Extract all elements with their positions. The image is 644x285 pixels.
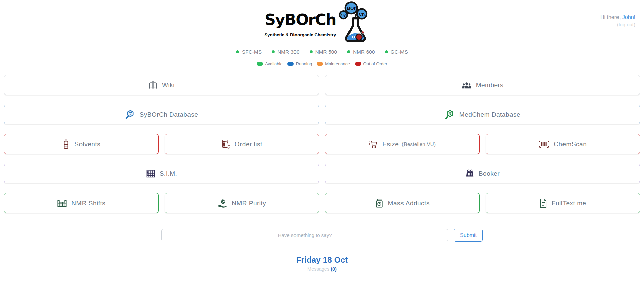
- calendar-icon: [465, 169, 474, 178]
- footer: Friday 18 Oct Messages (0): [0, 255, 644, 272]
- tile-booker[interactable]: Booker: [325, 164, 640, 183]
- barcode-icon: [539, 140, 549, 148]
- logout-link[interactable]: (log out): [600, 21, 635, 28]
- logo-subtitle: Synthetic & Bioorganic Chemistry: [265, 32, 336, 37]
- tile-label: MedChem Database: [459, 111, 520, 118]
- logo-title: SyBOrCh: [265, 12, 336, 27]
- logo-bubble-bor: BOr: [347, 6, 356, 11]
- tile-label: Solvents: [74, 140, 100, 148]
- tile-label: Members: [476, 81, 504, 89]
- tile-syborch-database[interactable]: SyBOrCh Database: [4, 105, 319, 124]
- bottle-icon: [62, 139, 70, 149]
- app-tile-grid: Wiki Members SyBOrCh Database: [4, 75, 640, 213]
- greeting: Hi there, John! (log out): [600, 13, 635, 28]
- status-dot-available: [385, 50, 388, 53]
- header: SyBOrCh Synthetic & Bioorganic Chemistry…: [0, 0, 644, 46]
- instrument-nmr-500[interactable]: NMR 500: [310, 49, 337, 55]
- tile-label: Esize: [382, 140, 399, 148]
- hand-molecule-icon: [217, 198, 227, 208]
- periodic-table-icon: [57, 199, 67, 207]
- greeting-username: John!: [622, 14, 635, 20]
- scale-icon: [375, 198, 384, 208]
- tile-label: Order list: [235, 140, 262, 148]
- submit-button[interactable]: Submit: [454, 229, 483, 242]
- tile-nmr-purity[interactable]: NMR Purity: [165, 193, 319, 213]
- legend-pill-running: [287, 62, 294, 66]
- current-date: Friday 18 Oct: [0, 255, 644, 265]
- tile-label: SyBOrCh Database: [140, 111, 198, 118]
- tile-order-list[interactable]: Order list: [165, 134, 319, 154]
- messages-count: (0): [331, 266, 337, 272]
- status-dot-available: [236, 50, 239, 53]
- tile-label: FullText.me: [552, 199, 586, 207]
- message-composer: Submit: [0, 229, 644, 242]
- legend-pill-available: [257, 62, 263, 66]
- messages-label: Messages: [307, 266, 331, 272]
- status-legend: Available Running Maintenance Out of Ord…: [0, 61, 644, 66]
- tile-label: S.I.M.: [160, 170, 177, 177]
- greeting-text: Hi there,: [600, 14, 622, 20]
- tile-label: Wiki: [162, 81, 175, 89]
- instrument-nmr-600[interactable]: NMR 600: [347, 49, 375, 55]
- tile-label: Booker: [479, 170, 500, 177]
- tile-wiki[interactable]: Wiki: [4, 75, 319, 95]
- tile-members[interactable]: Members: [325, 75, 640, 95]
- molecule-search-icon: [125, 110, 135, 120]
- flask-logo-icon: BOr Ch Sy: [338, 1, 373, 44]
- tile-esize[interactable]: Esize (Bestellen.VU): [325, 134, 480, 154]
- logo-bubble-ch: Ch: [359, 12, 365, 17]
- status-dot-available: [347, 50, 350, 53]
- logo-bubble-sy: Sy: [341, 13, 346, 17]
- tile-label: NMR Shifts: [71, 199, 105, 207]
- legend-pill-maintenance: [317, 62, 323, 66]
- instrument-status-bar: SFC-MS NMR 300 NMR 500 NMR 600 GC-MS: [0, 46, 644, 58]
- tile-label: Mass Adducts: [388, 199, 430, 207]
- instrument-gc-ms[interactable]: GC-MS: [385, 49, 408, 55]
- instrument-sfc-ms[interactable]: SFC-MS: [236, 49, 262, 55]
- legend-pill-out-of-order: [355, 62, 361, 66]
- tile-nmr-shifts[interactable]: NMR Shifts: [4, 193, 159, 213]
- legend-available: Available: [257, 61, 283, 66]
- tile-medchem-database[interactable]: MedChem Database: [325, 105, 640, 124]
- molecule-search-icon: [445, 110, 455, 120]
- messages-line[interactable]: Messages (0): [0, 266, 644, 272]
- legend-running: Running: [287, 61, 312, 66]
- wiki-book-icon: [148, 80, 158, 90]
- members-people-icon: [462, 81, 472, 90]
- spreadsheet-table-icon: [146, 169, 155, 178]
- instrument-nmr-300[interactable]: NMR 300: [272, 49, 299, 55]
- tile-label: NMR Purity: [232, 199, 266, 207]
- legend-out-of-order: Out of Order: [355, 61, 387, 66]
- logo[interactable]: SyBOrCh Synthetic & Bioorganic Chemistry…: [265, 1, 373, 44]
- tile-fulltext[interactable]: FullText.me: [486, 193, 640, 213]
- document-icon: [539, 198, 547, 208]
- tile-label: ChemScan: [554, 140, 587, 148]
- message-input[interactable]: [161, 229, 448, 241]
- legend-maintenance: Maintenance: [317, 61, 350, 66]
- shopping-cart-icon: [369, 140, 378, 149]
- status-dot-available: [310, 50, 313, 53]
- checklist-hand-icon: [221, 139, 230, 149]
- tile-sublabel: (Bestellen.VU): [402, 141, 436, 147]
- tile-sim[interactable]: S.I.M.: [4, 164, 319, 183]
- tile-mass-adducts[interactable]: Mass Adducts: [325, 193, 480, 213]
- status-dot-available: [272, 50, 275, 53]
- tile-chemscan[interactable]: ChemScan: [486, 134, 640, 154]
- tile-solvents[interactable]: Solvents: [4, 134, 159, 154]
